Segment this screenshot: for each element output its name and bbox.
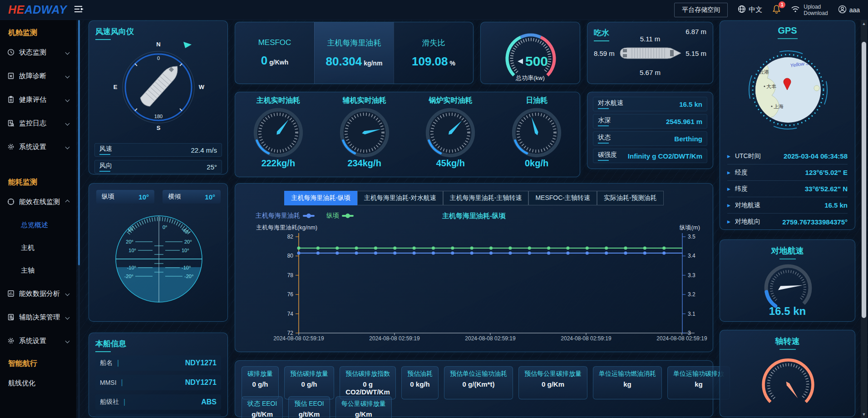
shaft-panel-title: 轴转速: [720, 336, 855, 350]
sidebar-item-energy-analysis[interactable]: 能效数据分析: [0, 282, 76, 305]
svg-text:3.2: 3.2: [688, 291, 695, 298]
svg-text:3.1: 3.1: [688, 311, 695, 317]
ship-name-value: NDY1271: [185, 359, 217, 367]
notification-bell[interactable]: 1: [772, 5, 781, 15]
total-power-panel: 500 总功率(kw): [480, 22, 580, 84]
svg-text:-10°: -10°: [182, 265, 191, 270]
wifi-icon: [791, 5, 800, 14]
gear-icon: [7, 143, 15, 150]
user-menu[interactable]: aaa: [838, 5, 860, 15]
ship-info-panel: 本船信息 船名|NDY1271 MMSI|NDY1271 船级社|ABS 船籍港…: [89, 333, 228, 417]
trim-chip: 纵顷 10°: [96, 190, 154, 204]
network-upload-download[interactable]: Upload Download: [791, 4, 828, 16]
page-scrollbar-thumb[interactable]: [862, 42, 866, 318]
water-depth-row: 水深2545.961 m: [593, 114, 707, 129]
svg-text:10°: 10°: [182, 248, 189, 253]
main-engine-fuel-value: 222kg/h: [261, 158, 295, 169]
city-label: 大丰: [766, 84, 776, 89]
stat-chip: 预估单位运输功油耗0 g/(Km*t): [444, 366, 513, 399]
utc-time-value: 2025-03-04 06:34:58: [784, 152, 848, 160]
sidebar-item-energy-online[interactable]: 能效在线监测: [0, 190, 76, 214]
page-scrollbar[interactable]: ▲ ▼: [861, 20, 867, 418]
tab-fuel-shaft[interactable]: 主机每海里油耗-主轴转速: [443, 191, 529, 205]
inclinometer-dial: 0° 40° -40° 20° 20° 10° 10° -10° -10° -2…: [109, 209, 209, 309]
stat-chip: 预估每公里碳排放量0 g/Km: [518, 366, 587, 399]
draft-panel: 吃水 6.87 m 5.11 m 8.59 m 5.15 m 5.67 m: [587, 22, 713, 84]
mmsi-value: NDY1271: [185, 378, 217, 387]
total-power-gauge: 500: [497, 23, 565, 79]
tab-fuel-trim[interactable]: 主机每海里油耗-纵顷: [284, 191, 357, 205]
fuel-per-nm-value: 80.304: [326, 55, 362, 68]
sog-row: ▶对地航速16.5 kn: [727, 197, 848, 214]
wind-speed-value: 22.4 m/s: [191, 146, 217, 154]
sidebar-scrollbar[interactable]: [78, 20, 80, 418]
chart-icon: [7, 290, 15, 297]
svg-text:78: 78: [287, 272, 294, 279]
sidebar-item-decision-support[interactable]: 辅助决策管理: [0, 305, 76, 329]
sidebar-subitem-overview[interactable]: 总览概述: [0, 214, 76, 236]
slip-ratio-cell: 滑失比 109.08%: [394, 22, 473, 84]
sidebar-item-status-monitor[interactable]: 状态监测: [0, 40, 76, 64]
trim-value: 10°: [138, 193, 149, 201]
gear-icon: [7, 337, 15, 344]
latitude-row: ▶纬度33°6'52.62" N: [727, 181, 848, 197]
sidebar-item-route-optimization[interactable]: 航线优化: [0, 371, 76, 395]
aux-engine-fuel-value: 234kg/h: [347, 158, 381, 169]
scroll-up-arrow[interactable]: ▲: [861, 20, 867, 27]
platform-storage-button[interactable]: 平台存储空间: [674, 3, 728, 17]
sidebar-section-engine: 机舱监测: [8, 28, 76, 38]
sog-gauge-value: 16.5 kn: [720, 305, 855, 318]
stat-chip: 每公里碳排放量g/Km: [335, 396, 392, 418]
chevron-down-icon: [65, 97, 70, 102]
user-icon: [838, 5, 847, 15]
stat-chip: 单位运输功燃油消耗kg: [593, 366, 662, 399]
wind-direction-row: 风向 25°: [94, 160, 222, 174]
tab-fuel-stw[interactable]: 主机每海里油耗-对水航速: [357, 191, 443, 205]
inclinometer-panel: 纵顷 10° 横倾 10° 0° 40° -40° 20°: [89, 183, 228, 322]
sidebar-scrollbar-thumb[interactable]: [78, 20, 80, 265]
legend-trim[interactable]: 纵顷: [326, 212, 354, 220]
tab-mesfoc-shaft[interactable]: MESFOC-主轴转速: [528, 191, 597, 205]
triangle-bullet-icon: ▶: [727, 154, 730, 159]
chart-legend: 主机每海里油耗 纵顷: [256, 212, 354, 220]
longitude-row: ▶经度123°6'5.02" E: [727, 164, 848, 181]
sidebar-subitem-main-engine[interactable]: 主机: [0, 236, 76, 259]
globe-icon: [738, 5, 746, 15]
heel-chip: 横倾 10°: [163, 190, 221, 204]
sidebar-item-fault-diagnosis[interactable]: 故障诊断: [0, 64, 76, 88]
username: aaa: [849, 6, 860, 14]
sidebar-item-monitor-log[interactable]: 监控日志: [0, 111, 76, 135]
headway-logo: HEADWAY: [8, 3, 67, 16]
language-switch[interactable]: 中文: [738, 5, 762, 15]
boiler-fuel-gauge: 锅炉实时油耗 45kg/h: [423, 96, 478, 177]
sidebar-item-health-assessment[interactable]: 健康评估: [0, 88, 76, 111]
chevron-down-icon: [65, 144, 70, 149]
wind-compass: N S E W 0 180: [111, 38, 206, 132]
stat-chip: 预估 EEOIg/t/Km: [288, 396, 330, 418]
menu-toggle-icon[interactable]: [74, 5, 84, 15]
sog-value: 16.5 kn: [824, 201, 848, 209]
scroll-down-arrow[interactable]: ▼: [861, 411, 867, 418]
draft-left-value: 8.59 m: [594, 50, 615, 57]
sidebar-item-system-settings[interactable]: 系统设置: [0, 135, 76, 159]
sidebar-item-system-settings-2[interactable]: 系统设置: [0, 329, 76, 353]
sog-gauge-panel: 对地航速 16.5 kn: [720, 239, 855, 322]
draft-top-value: 5.11 m: [587, 35, 713, 43]
fuel-per-nm-cell: 主机每海里油耗 80.304kg/nm: [314, 22, 394, 84]
sidebar-subitem-main-shaft[interactable]: 主轴: [0, 259, 76, 282]
triangle-bullet-icon: ▶: [727, 170, 730, 175]
wind-panel: 风速风向仪 N S E W 0 180: [89, 20, 228, 174]
stats-row-1: 碳排放量0 g/h 预估碳排放量0 g/h 预估碳排放指数0 g CO2/DWT…: [242, 366, 730, 399]
svg-text:3.4: 3.4: [688, 253, 695, 259]
mesfoc-value: 0: [261, 54, 267, 67]
sidebar: 机舱监测 状态监测 故障诊断 健康评估 监控日志 系统设置 能耗监测 能效在线监…: [0, 20, 76, 418]
tab-actual-predicted[interactable]: 实际油耗-预测油耗: [597, 191, 664, 205]
port-registry-row: 船籍港|MH: [95, 414, 221, 418]
compass-e: E: [113, 84, 118, 90]
gps-info-rows: ▶UTC时间2025-03-04 06:34:58 ▶经度123°6'5.02"…: [727, 148, 848, 230]
utc-time-row: ▶UTC时间2025-03-04 06:34:58: [727, 148, 848, 164]
chevron-down-icon: [65, 121, 70, 125]
logo-head: HE: [8, 3, 25, 16]
legend-fuel[interactable]: 主机每海里油耗: [256, 212, 315, 220]
stw-value: 16.5 kn: [679, 100, 702, 108]
